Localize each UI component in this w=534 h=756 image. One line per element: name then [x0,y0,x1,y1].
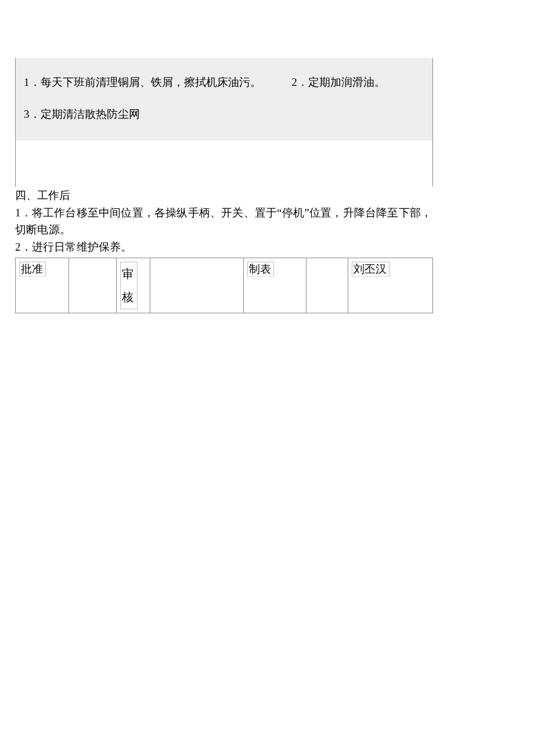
review-label: 审核 [120,262,138,309]
prepare-value: 刘丕汉 [352,262,389,277]
section-item: 1．将工作台移至中间位置，各操纵手柄、开关、置于“停机”位置，升降台降至下部，切… [15,204,433,238]
approve-label-cell: 批准 [16,258,69,313]
maintenance-item: 3．定期清洁散热防尘网 [24,108,140,120]
section-heading: 四、工作后 [15,187,433,204]
prepare-label: 制表 [247,262,274,277]
review-value-cell [150,258,244,313]
approve-value-cell [69,258,117,313]
review-label-cell: 审核 [117,258,150,313]
spacer-cell [306,258,348,313]
spacer [15,140,433,187]
table-row: 批准 审核 制表 刘丕汉 [16,258,433,313]
maintenance-row: 1．每天下班前清理铜屑、铁屑，擦拭机床油污。 2．定期加润滑油。 [24,66,427,98]
prepare-value-cell: 刘丕汉 [348,258,433,313]
maintenance-item: 1．每天下班前清理铜屑、铁屑，擦拭机床油污。 [24,76,261,88]
maintenance-block: 1．每天下班前清理铜屑、铁屑，擦拭机床油污。 2．定期加润滑油。 3．定期清洁散… [15,58,433,140]
signoff-table: 批准 审核 制表 刘丕汉 [15,258,433,313]
maintenance-item: 2．定期加润滑油。 [291,76,385,88]
maintenance-row: 3．定期清洁散热防尘网 [24,98,427,130]
section-item: 2．进行日常维护保养。 [15,238,433,255]
prepare-label-cell: 制表 [244,258,306,313]
approve-label: 批准 [19,262,46,277]
document-body: 1．每天下班前清理铜屑、铁屑，擦拭机床油污。 2．定期加润滑油。 3．定期清洁散… [15,58,433,313]
section-after-work: 四、工作后 1．将工作台移至中间位置，各操纵手柄、开关、置于“停机”位置，升降台… [15,187,433,258]
